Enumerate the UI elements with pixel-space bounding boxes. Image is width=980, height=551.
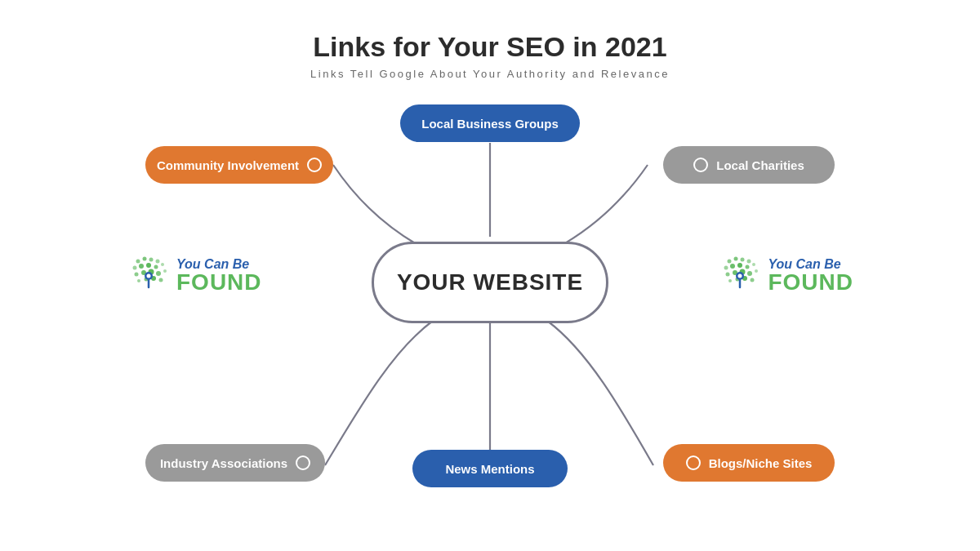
svg-point-20 [147,274,151,278]
svg-point-5 [139,264,144,269]
community-dot [307,158,322,172]
svg-point-41 [738,274,742,278]
center-node: YOUR WEBSITE [372,242,608,323]
logo-right-found: FOUND [768,271,853,294]
svg-point-0 [136,260,140,264]
svg-point-33 [747,271,752,276]
svg-point-13 [163,269,167,273]
svg-point-8 [161,263,164,266]
svg-point-22 [734,257,738,261]
node-community: Community Involvement [145,146,333,184]
svg-point-34 [755,269,758,273]
logo-right-dots-icon [718,253,763,298]
community-label: Community Involvement [157,158,299,172]
svg-point-30 [726,273,730,277]
local-business-label: Local Business Groups [421,117,559,131]
page-subtitle: Links Tell Google About Your Authority a… [0,68,980,80]
center-node-label: YOUR WEBSITE [397,269,583,295]
svg-point-7 [154,265,158,269]
industry-label: Industry Associations [160,456,287,470]
svg-point-35 [728,279,732,282]
industry-dot [296,455,310,470]
svg-point-24 [747,260,751,264]
logo-left-dots-icon [127,253,172,298]
node-charities: Local Charities [663,146,835,184]
logo-left: You Can Be FOUND [127,253,262,298]
svg-point-23 [741,258,745,262]
svg-point-21 [728,260,732,264]
svg-point-9 [135,273,139,277]
svg-point-14 [137,279,140,282]
svg-point-28 [746,265,750,269]
svg-point-12 [156,271,161,276]
logo-left-found: FOUND [176,271,262,294]
logo-right: You Can Be FOUND [718,253,853,298]
node-blogs: Blogs/Niche Sites [663,444,835,482]
svg-point-1 [143,257,147,261]
node-industry: Industry Associations [145,444,325,482]
svg-point-38 [751,278,755,282]
svg-point-25 [724,266,728,270]
svg-point-27 [737,263,742,268]
charities-label: Local Charities [716,158,804,172]
news-label: News Mentions [445,462,534,476]
svg-point-29 [752,263,755,266]
node-news: News Mentions [412,450,568,487]
node-local-business: Local Business Groups [400,104,580,142]
svg-point-4 [133,266,137,270]
svg-point-2 [149,258,154,262]
svg-point-6 [146,263,151,268]
svg-point-3 [156,260,160,264]
blogs-label: Blogs/Niche Sites [709,456,813,470]
svg-point-26 [730,264,735,269]
page-title: Links for Your SEO in 2021 [0,0,980,63]
svg-point-17 [159,278,163,282]
charities-dot [693,158,708,172]
blogs-dot [686,455,701,470]
